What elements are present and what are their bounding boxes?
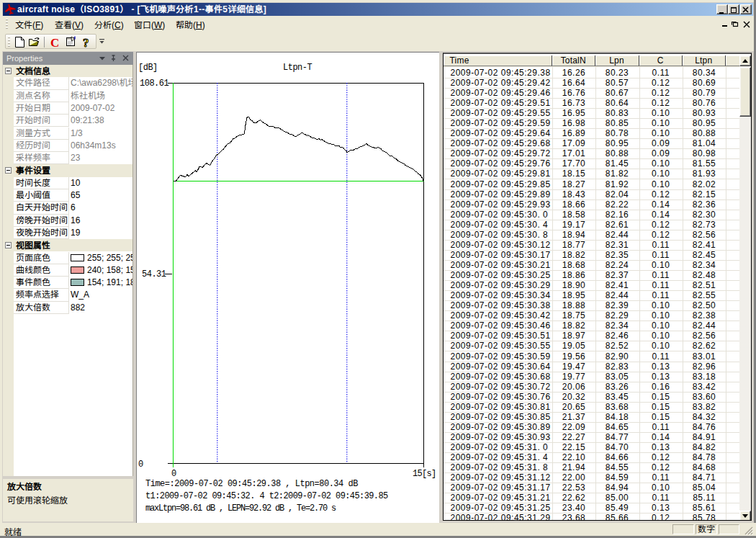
svg-text:C: C bbox=[50, 36, 59, 48]
svg-text:?: ? bbox=[83, 36, 89, 48]
